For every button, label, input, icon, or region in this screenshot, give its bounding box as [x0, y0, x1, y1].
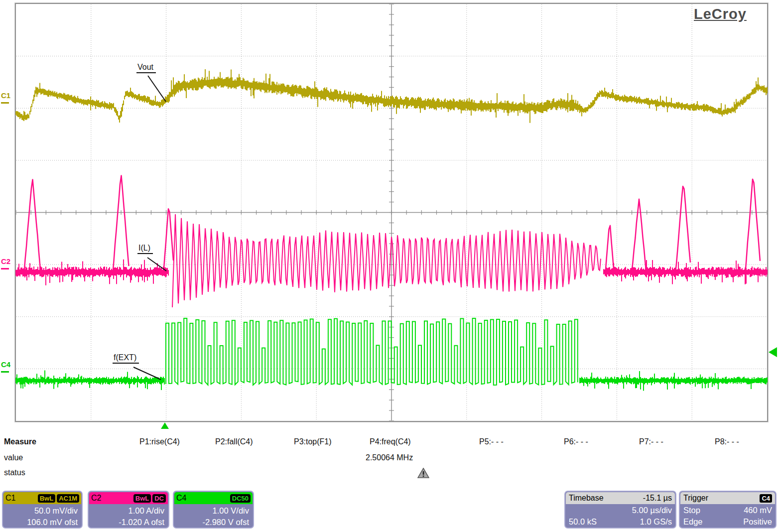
channel-offset: -1.020 A ofst: [89, 517, 164, 528]
trace-c2-switching: [172, 214, 601, 307]
channel-offset: -2.980 V ofst: [174, 517, 249, 528]
trigger-slope: Positive: [743, 516, 772, 528]
coupling-badge: DC: [152, 494, 166, 503]
trace-c2-peak: [113, 176, 129, 275]
trace-c2-peak: [632, 199, 647, 275]
measure-title: Measure: [4, 437, 36, 446]
trace-c2-peak: [745, 179, 760, 275]
channel-marker-c1[interactable]: C1: [1, 92, 10, 104]
channel-panel-c4[interactable]: C4 DC50 1.00 V/div -2.980 V ofst: [173, 491, 254, 529]
measure-param-p5[interactable]: P5:- - -: [479, 437, 504, 446]
trace-label-il: I(L): [137, 244, 153, 254]
channel-zero-dash: [1, 268, 9, 269]
warning-icon: [417, 468, 429, 478]
trigger-source-badge: C4: [760, 494, 772, 503]
trigger-mode: Stop: [683, 505, 700, 516]
timebase-title: Timebase: [569, 494, 604, 503]
channel-offset: 106.0 mV ofst: [3, 517, 78, 528]
trigger-type: Edge: [683, 516, 703, 528]
timebase-panel[interactable]: Timebase -15.1 µs 5.00 µs/div 50.0 kS 1.…: [564, 491, 676, 529]
channel-panel-c1[interactable]: C1 BwL AC1M 50.0 mV/div 106.0 mV ofst: [2, 491, 83, 529]
coupling-badge: DC50: [230, 494, 251, 503]
timebase-samples: 50.0 kS: [569, 516, 597, 528]
trace-c2-peak: [675, 186, 690, 273]
lecroy-logo: LeCroy: [694, 6, 747, 22]
measure-param-p4[interactable]: P4:freq(C4): [370, 437, 411, 446]
waveform-display: [0, 0, 778, 532]
timebase-delay: -15.1 µs: [643, 494, 672, 503]
timebase-rate: 1.0 GS/s: [640, 516, 672, 528]
coupling-badge: BwL: [133, 494, 151, 503]
measure-status-row-label: status: [4, 468, 25, 477]
label-callout-line: [148, 76, 166, 102]
trace-label-vout: Vout: [136, 63, 156, 73]
oscilloscope-screen: LeCroy C1 C2 C4 Vout I(L) f(EXT) Measure…: [0, 0, 778, 532]
trigger-time-marker: [161, 422, 169, 429]
trigger-level: 460 mV: [744, 505, 772, 516]
measure-value-row-label: value: [4, 453, 23, 462]
channel-id: C2: [91, 494, 101, 503]
trigger-level-marker: [769, 347, 777, 357]
trace-c2-peak: [163, 209, 173, 275]
trigger-panel[interactable]: Trigger C4 Stop 460 mV Edge Positive: [679, 491, 777, 529]
measure-param-p3[interactable]: P3:top(F1): [294, 437, 332, 446]
channel-zero-dash: [1, 371, 9, 373]
channel-marker-c2[interactable]: C2: [1, 258, 10, 269]
timebase-scale: 5.00 µs/div: [632, 505, 672, 516]
coupling-badge: AC1M: [57, 494, 79, 503]
channel-zero-dash: [1, 102, 9, 104]
channel-panel-c2[interactable]: C2 BwL DC 1.00 A/div -1.020 A ofst: [88, 491, 169, 529]
measure-param-p1[interactable]: P1:rise(C4): [139, 437, 180, 446]
channel-id: C1: [5, 494, 15, 503]
channel-scale: 1.00 V/div: [174, 505, 249, 517]
channel-marker-label: C4: [1, 360, 10, 369]
measure-param-p6[interactable]: P6:- - -: [564, 437, 588, 446]
channel-marker-label: C2: [1, 257, 10, 266]
channel-marker-label: C1: [1, 91, 10, 100]
measure-param-p7[interactable]: P7:- - -: [639, 437, 663, 446]
measure-param-p8[interactable]: P8:- - -: [715, 437, 739, 446]
channel-scale: 1.00 A/div: [89, 505, 164, 517]
trace-label-fext: f(EXT): [113, 353, 139, 364]
trace-c4-burst: [166, 318, 578, 385]
channel-marker-c4[interactable]: C4: [1, 361, 10, 373]
trigger-title: Trigger: [683, 494, 708, 503]
measure-p4-value: 2.50064 MHz: [366, 453, 413, 462]
channel-scale: 50.0 mV/div: [3, 505, 78, 517]
measure-param-p2[interactable]: P2:fall(C4): [215, 437, 253, 446]
coupling-badge: BwL: [38, 494, 55, 503]
channel-id: C4: [176, 494, 186, 503]
trace-c2-peak: [24, 179, 40, 275]
